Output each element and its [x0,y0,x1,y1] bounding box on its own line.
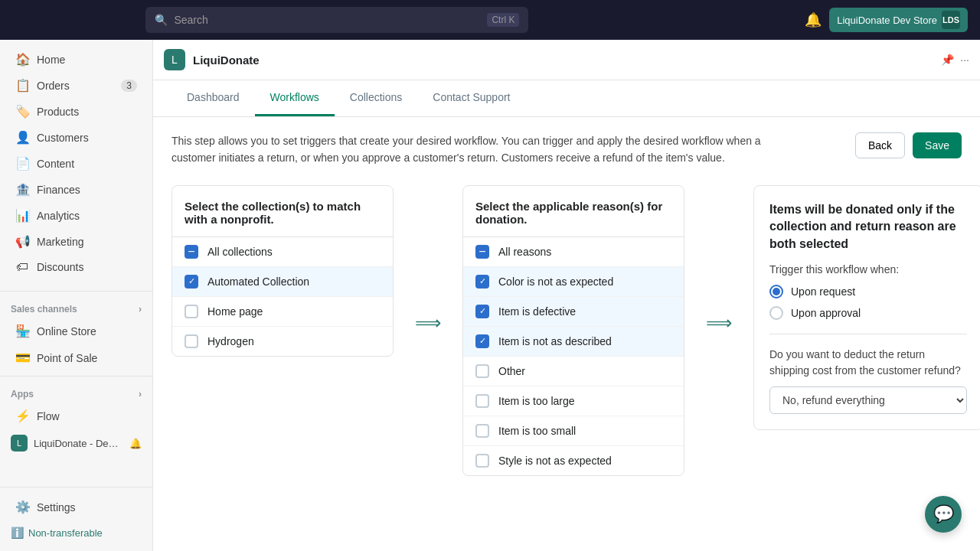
more-icon[interactable]: ··· [960,54,969,66]
top-bar: 🔍 Ctrl K 🔔 LiquiDonate Dev Store LDS [0,0,980,40]
sidebar-item-content[interactable]: 📄 Content [5,151,148,176]
app-header: L LiquiDonate 📌 ··· [153,40,980,80]
sidebar-item-settings[interactable]: ⚙️ Settings [5,494,148,520]
online-store-icon: 🏪 [15,324,29,338]
reason-checkbox-3[interactable]: ✓ [475,334,489,348]
sidebar-label-analytics: Analytics [37,210,80,222]
collections-panel-title: Select the collection(s) to match with a… [172,186,393,237]
collection-item-1[interactable]: ✓ Automated Collection [172,267,393,297]
sidebar-label-finances: Finances [37,184,80,196]
sidebar-item-online-store[interactable]: 🏪 Online Store [5,318,148,344]
info-panel: Items will be donated only if the collec… [753,185,980,430]
tab-dashboard[interactable]: Dashboard [172,80,255,116]
collection-checkbox-2[interactable] [185,305,198,318]
reason-item-0[interactable]: − All reasons [463,237,684,267]
sidebar-item-point-of-sale[interactable]: 💳 Point of Sale [5,345,148,370]
radio-circle-approval[interactable] [769,306,783,320]
sidebar-item-finances[interactable]: 🏦 Finances [5,177,148,202]
sidebar-item-home[interactable]: 🏠 Home [5,47,148,72]
reason-label-2: Item is defective [498,305,576,318]
sidebar-label-marketing: Marketing [37,236,83,248]
apps-expand-icon[interactable]: › [139,389,142,399]
reason-checkbox-2[interactable]: ✓ [475,305,489,318]
nav-tabs: Dashboard Workflows Collections Contact … [153,80,980,117]
sidebar-item-marketing[interactable]: 📢 Marketing [5,229,148,254]
reason-checkbox-0[interactable]: − [475,245,489,259]
notification-icon[interactable]: 🔔 [805,11,822,28]
sidebar-item-flow[interactable]: ⚡ Flow [5,403,148,429]
reason-checkbox-1[interactable]: ✓ [475,275,489,289]
liquidonate-notif-icon[interactable]: 🔔 [129,438,142,449]
search-input[interactable] [174,14,481,26]
reason-label-3: Item is not as described [498,335,612,347]
search-bar[interactable]: 🔍 Ctrl K [145,7,528,33]
reason-checkbox-7[interactable] [475,454,489,468]
sidebar-label-orders: Orders [37,80,70,92]
customers-icon: 👤 [15,130,29,145]
tab-workflows[interactable]: Workflows [255,80,335,116]
reason-item-5[interactable]: Item is too large [463,386,684,416]
sales-channels-expand-icon[interactable]: › [139,304,142,315]
flow-icon: ⚡ [15,409,29,423]
content-icon: 📄 [15,156,29,171]
save-button[interactable]: Save [913,132,962,158]
main-area: 🏠 Home 📋 Orders 3 🏷️ Products 👤 Customer… [0,40,980,551]
sidebar-label-discounts: Discounts [37,261,83,273]
reason-checkbox-4[interactable] [475,364,489,378]
tab-collections[interactable]: Collections [335,80,417,116]
sidebar-item-orders[interactable]: 📋 Orders 3 [5,73,148,98]
chat-bubble[interactable]: 💬 [925,496,962,533]
reason-checkbox-5[interactable] [475,394,489,408]
finances-icon: 🏦 [15,182,29,197]
collection-checkbox-1[interactable]: ✓ [185,275,198,289]
reason-label-4: Other [498,365,525,377]
collection-checkbox-3[interactable] [185,334,198,348]
non-transferable-label: Non-transferable [28,527,103,539]
store-badge[interactable]: LiquiDonate Dev Store LDS [829,8,968,32]
content-inner: L LiquiDonate 📌 ··· Dashboard Workflows … [153,40,980,551]
products-icon: 🏷️ [15,104,29,119]
header-icons: 📌 ··· [941,54,969,66]
radio-inner-request [773,288,780,295]
app-name: LiquiDonate [193,54,260,67]
reason-item-4[interactable]: Other [463,357,684,386]
back-button[interactable]: Back [855,132,905,158]
pin-icon[interactable]: 📌 [941,54,954,66]
sidebar-item-customers[interactable]: 👤 Customers [5,125,148,150]
reason-label-7: Style is not as expected [498,455,612,467]
sidebar-item-analytics[interactable]: 📊 Analytics [5,203,148,228]
home-icon: 🏠 [15,52,29,67]
info-icon: ℹ️ [11,527,24,539]
reason-item-1[interactable]: ✓ Color is not as expected [463,267,684,297]
radio-upon-approval[interactable]: Upon approval [769,306,967,320]
reasons-panel-title: Select the applicable reason(s) for dona… [463,186,684,237]
arrow-icon-2: ⟹ [700,312,738,334]
sidebar-item-liquidonate[interactable]: L LiquiDonate - Develop... 🔔 [0,429,152,457]
sidebar-item-discounts[interactable]: 🏷 Discounts [5,255,148,279]
store-name: LiquiDonate Dev Store [837,15,937,26]
refund-label: Do you want to deduct the return shippin… [769,347,967,379]
radio-upon-request[interactable]: Upon request [769,285,967,298]
collection-item-2[interactable]: Home page [172,297,393,327]
sidebar-label-online-store: Online Store [37,325,96,337]
reason-checkbox-6[interactable] [475,424,489,438]
app-logo: L [164,49,185,70]
collections-panel: Select the collection(s) to match with a… [172,185,394,357]
reason-item-3[interactable]: ✓ Item is not as described [463,327,684,357]
content-area: L LiquiDonate 📌 ··· Dashboard Workflows … [153,40,980,551]
sidebar-item-products[interactable]: 🏷️ Products [5,99,148,124]
radio-label-request: Upon request [791,285,855,298]
tab-contact-support[interactable]: Contact Support [417,80,525,116]
refund-select[interactable]: No, refund everything [769,386,967,414]
collection-checkbox-0[interactable]: − [185,245,198,259]
reason-item-6[interactable]: Item is too small [463,416,684,446]
collection-label-3: Hydrogen [207,335,254,347]
reason-item-2[interactable]: ✓ Item is defective [463,297,684,327]
collection-item-3[interactable]: Hydrogen [172,327,393,356]
collection-item-0[interactable]: − All collections [172,237,393,267]
store-avatar: LDS [942,11,960,29]
reason-item-7[interactable]: Style is not as expected [463,446,684,475]
radio-circle-request[interactable] [769,285,783,298]
non-transferable[interactable]: ℹ️ Non-transferable [0,520,152,545]
apps-label: Apps › [0,381,152,403]
